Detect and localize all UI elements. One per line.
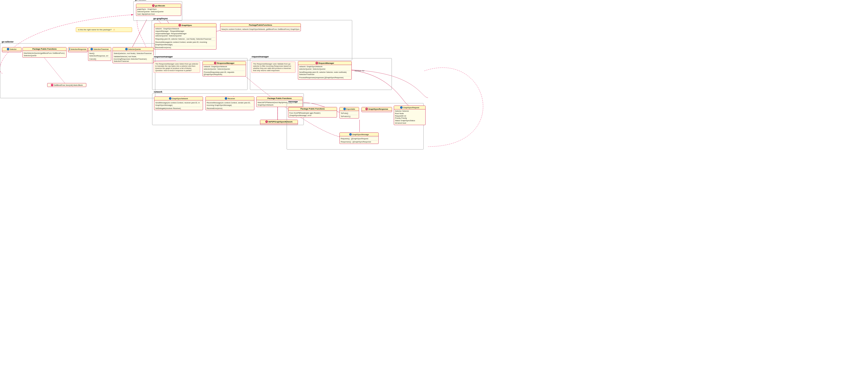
rm-field2: selectorQuerier: SelectorQuerier — [204, 68, 245, 70]
go-filecoin-class-body: graphSync : GraphSync selectorQuerier: S… — [136, 7, 181, 15]
sq-method2: ValidateSelector( root Node, incomingRes… — [114, 55, 152, 63]
receiver-icon: I — [225, 97, 227, 100]
go-filecoin-class-name: go-filecoin — [155, 5, 165, 7]
network-public-name: Package Public Functions — [267, 97, 291, 99]
gsr-field5: Status GraphSyncStatus — [395, 119, 424, 122]
selector-querier-body: Select(selector, root Node): SelectionTr… — [113, 51, 153, 63]
request-manager-body: network: GraphSyncNetwork selectorQuerie… — [298, 65, 351, 79]
gsr-field1: Selector Selector — [395, 110, 424, 112]
gsr-field2: Root Node — [395, 112, 424, 115]
selector-icon: I — [7, 48, 9, 50]
selector-public-class: Package Public Functions NewSelectorQuer… — [23, 47, 66, 58]
gs-method1: Request(p peer.ID, selector Selector , r… — [155, 37, 215, 40]
message-public-body: Func fromPBReader(pbr ggio.Reader) (Grap… — [288, 111, 337, 117]
graphsync-request-name: GraphSyncRequest — [403, 106, 419, 109]
diagram-container: go-filecoin C go-filecoin graphSync : Gr… — [0, 0, 868, 376]
selector-public-header: Package Public Functions — [23, 47, 66, 51]
getblockfunc-icon: F — [51, 84, 53, 86]
request-manager-icon: C — [315, 62, 318, 64]
gs-method2: ReceiveMessage(ctx context.Context, send… — [155, 40, 215, 46]
st-method2: Cancel() — [89, 58, 110, 60]
graphsync-public-name: PackagePublicFunctions — [249, 24, 272, 26]
receiver-label: receiver for — [354, 70, 364, 72]
response-manager-body: network: GraphSyncNetwork selectorQuerie… — [203, 65, 246, 76]
sp-method1: NewSelectorQuerier(getBlockFunc GetBlock… — [24, 52, 65, 57]
gs-field4: selectorQuerier: SelectorQuerier — [155, 35, 215, 37]
receiver-class: I Receiver ReceiveMessage(ctx context.Co… — [206, 97, 254, 110]
selection-response-header: I SelectionResponse — [68, 47, 87, 51]
selection-response-name: SelectionResponse — [70, 48, 86, 50]
gsn-name: GraphSyncNetwork — [172, 98, 188, 100]
exp-method1: ToProto() — [341, 112, 358, 114]
go-filecoin-icon: C — [152, 4, 155, 7]
selector-public-body: NewSelectorQuerier(getBlockFunc GetBlock… — [23, 51, 66, 58]
graphsync-response-icon: C — [365, 108, 368, 110]
exportable-icon: I — [343, 108, 346, 110]
selection-response-icon: I — [69, 48, 70, 50]
graphsync-network-class: I GraphSyncNetwork SendMessage(ctx conte… — [154, 97, 203, 110]
response-manager-class: C ResponseManager network: GraphSyncNetw… — [203, 61, 246, 76]
getblockfunc-box: F GetBlockFunc func(cid) block.Block — [47, 83, 86, 87]
gsr-field6: IsCancel bool — [395, 122, 424, 124]
request-note-text: The ResponseManager uses Validate from g… — [253, 63, 291, 72]
gsn-method1: SendMessage(ctx context.Context, receive… — [155, 101, 202, 106]
selection-response-body — [68, 51, 87, 52]
graphsync-request-class: I GraphSyncRequest Selector Selector Roo… — [394, 106, 426, 125]
exportable-class: I Exportable ToProto() ToProtoV1() — [339, 107, 359, 118]
request-manager-class: C RequestManager network: GraphSyncNetwo… — [298, 61, 352, 80]
gsn-icon: I — [169, 97, 172, 100]
receiver-header: I Receiver — [206, 97, 254, 100]
response-note: The ResponseManager uses Select from go-… — [154, 62, 200, 73]
selection-traverser-header: I SelectionTraverser — [88, 47, 111, 51]
warning-text: Is this the right name for this package? — [78, 29, 112, 31]
gsr-field4: Priority Priority — [395, 117, 424, 119]
go-graphsync-label: go-graphsync — [153, 18, 168, 20]
exp-method2: ToProtoV1() — [341, 115, 358, 118]
network-public-header: Package Public Functions — [256, 97, 303, 100]
graphsync-response-header: C GraphSyncResponse — [362, 107, 392, 111]
rm-field1: network: GraphSyncNetwork — [204, 66, 245, 68]
message-public-class: Package Public Functions Func fromPBRead… — [288, 107, 337, 117]
graphsync-public-header: PackagePublicFunctions — [220, 24, 301, 27]
graphsync-message-body: Requests() : []GraphSyncRequest Response… — [340, 136, 378, 144]
recv-method1: ReceiveMessage(ctx context.Context, send… — [207, 101, 253, 106]
selector-querier-header: I SelectorQuerier — [113, 47, 153, 51]
selector-body — [2, 51, 21, 52]
go-filecoin-class-header: C go-filecoin — [136, 4, 181, 7]
go-filecoin-class: C go-filecoin graphSync : GraphSync sele… — [136, 4, 181, 16]
warning-note: Is this the right name for this package?… — [76, 27, 132, 32]
getblockfunc-label: GetBlockFunc func(cid) block.Block — [54, 84, 83, 86]
requestmanager-label: requestmanager — [251, 56, 269, 58]
selector-public-name: Package Public Functions — [32, 48, 57, 50]
reqm-method1: SendRequest(p peer.ID, selector Selector… — [299, 71, 350, 76]
graphsync-response-body — [362, 111, 392, 112]
go-filecoin-field2: selectorQuerier: SelectorQuerier — [137, 10, 180, 13]
response-manager-icon: C — [214, 62, 216, 64]
graphsync-message-name: GraphSyncMessage — [352, 133, 369, 136]
gs-public-method1: New(ctx context.Context, network GraphSy… — [221, 28, 300, 31]
network-label: network — [153, 91, 163, 93]
selection-traverser-class: I SelectionTraverser Next(): SelectionRe… — [88, 47, 111, 61]
reqm-field1: network: GraphSyncNetwork — [299, 66, 350, 68]
graphsync-public-class: PackagePublicFunctions New(ctx context.C… — [220, 23, 301, 31]
gs-field2: requestManager : RequestManager — [155, 30, 215, 33]
st-method1: Next(): SelectionResponse, err — [89, 52, 110, 57]
exportable-body: ToProto() ToProtoV1() — [340, 111, 359, 118]
sq-method1: Select(selector, root Node): SelectionTr… — [114, 52, 152, 55]
graphsync-message-header: I GraphSyncMessage — [340, 133, 378, 136]
selector-querier-name: SelectorQuerier — [128, 48, 141, 50]
receiver-name: Receiver — [228, 98, 235, 100]
gsm-method1: Requests() : []GraphSyncRequest — [341, 137, 377, 140]
reqm-field2: selectorQuerier: SelectorQuerier — [299, 68, 350, 70]
exportable-header: I Exportable — [340, 107, 359, 111]
graphsync-name: GraphSync — [182, 24, 192, 26]
receiver-body: ReceiveMessage(ctx context.Context, send… — [206, 100, 254, 110]
response-manager-name: ResponseManager — [217, 62, 234, 64]
selector-querier-icon: I — [125, 48, 128, 50]
selection-traverser-name: SelectionTraverser — [93, 48, 109, 50]
go-selector-label: go-selector — [1, 40, 14, 43]
response-manager-header: C ResponseManager — [203, 61, 246, 65]
request-manager-header: C RequestManager — [298, 61, 351, 65]
graphsync-request-header: I GraphSyncRequest — [394, 106, 425, 109]
gs-field1: network : GraphSyncNetwork — [155, 28, 215, 30]
